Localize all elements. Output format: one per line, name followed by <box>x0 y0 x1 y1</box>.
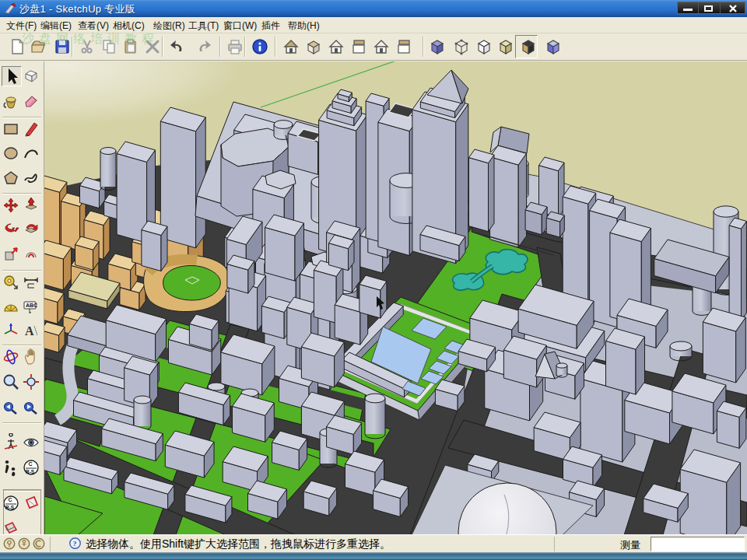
svg-text:C: C <box>29 461 33 467</box>
svg-text:R-S: R-S <box>26 469 35 474</box>
svg-text:ABC: ABC <box>26 303 37 308</box>
svg-text:A: A <box>25 324 34 338</box>
svg-text:?: ? <box>73 540 77 548</box>
